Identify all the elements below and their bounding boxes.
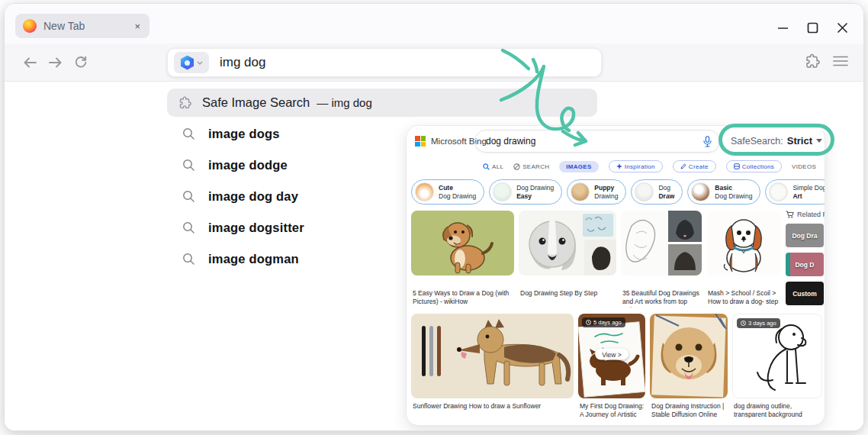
- pill-dog-draw: DogDraw: [631, 179, 683, 205]
- dog-thumb-icon: [571, 182, 590, 201]
- result-image-pencil-dog-collage: [621, 211, 702, 276]
- bing-preview-screenshot: Microsoft Bing dog drawing SafeSearch: S…: [406, 125, 825, 426]
- bing-tab-images: IMAGES: [559, 161, 598, 172]
- search-icon: [182, 221, 195, 234]
- result-caption: dog drawing outline, transparent backgro…: [734, 402, 819, 420]
- browser-window: New Tab × img dog: [4, 3, 864, 431]
- selected-suggestion-query: — img dog: [317, 96, 372, 109]
- tab-new-tab[interactable]: New Tab ×: [15, 14, 149, 38]
- bing-search-box: dog drawing: [474, 130, 720, 153]
- result-image-shepherd-marker-drawing: [411, 314, 574, 398]
- bing-tab-collections: Collections: [726, 160, 782, 172]
- bing-tab-videos: VIDEOS: [792, 163, 816, 170]
- pencil-icon: [680, 163, 686, 169]
- window-controls: [777, 22, 848, 34]
- search-icon: [182, 190, 195, 203]
- pill-puppy-drawing: PuppyDrawing: [567, 179, 626, 205]
- pill-simple-dog-art: Simple DogArt: [765, 179, 825, 205]
- bing-tab-search: SEARCH: [513, 163, 549, 170]
- result-caption: 5 Easy Ways to Draw a Dog (with Pictures…: [413, 289, 514, 308]
- dog-thumb-icon: [415, 182, 434, 201]
- safesearch-dropdown: SafeSearch: Strict: [731, 135, 822, 147]
- pill-cute-dog-drawing: CuteDog Drawing: [411, 179, 484, 205]
- search-icon: [182, 127, 195, 140]
- close-button[interactable]: [837, 22, 848, 34]
- collections-icon: [734, 163, 740, 169]
- dog-thumb-icon: [493, 182, 512, 201]
- related-product-thumb: Dog Dra: [786, 224, 824, 247]
- bing-tab-create: Create: [673, 160, 716, 172]
- dog-thumb-icon: [691, 182, 710, 201]
- pill-dog-drawing-easy: Dog DrawingEasy: [489, 179, 562, 205]
- chevron-down-icon: [197, 61, 203, 65]
- puzzle-icon: [178, 95, 192, 110]
- tab-close-icon[interactable]: ×: [133, 21, 142, 31]
- search-engine-chip[interactable]: [174, 52, 209, 73]
- result-caption: Dog Drawing Step By Step: [520, 289, 615, 308]
- result-image-first-dog-drawing: 5 days ago View >: [578, 314, 645, 398]
- clock-icon: [741, 321, 746, 326]
- result-image-dog-outline-png: 3 days ago: [732, 314, 822, 398]
- safesearch-label: SafeSearch:: [731, 136, 783, 147]
- related-products-panel: Related P Dog Dra Dog D Custom: [786, 211, 825, 305]
- back-button[interactable]: [21, 55, 38, 70]
- sparkle-icon: [616, 163, 622, 169]
- menu-hamburger-icon[interactable]: [833, 55, 848, 70]
- forward-button[interactable]: [47, 55, 64, 70]
- firefox-icon: [23, 19, 37, 33]
- recency-badge: 3 days ago: [737, 318, 780, 328]
- maximize-button[interactable]: [807, 22, 818, 34]
- clock-icon: [586, 320, 591, 325]
- reload-button[interactable]: [73, 55, 88, 70]
- microphone-icon: [703, 136, 712, 147]
- bing-tab-all: ALL: [483, 163, 503, 170]
- url-bar[interactable]: img dog: [167, 48, 602, 77]
- navigation-toolbar: img dog: [5, 44, 863, 82]
- recency-badge: 5 days ago: [582, 317, 625, 327]
- title-bar: New Tab ×: [5, 4, 863, 44]
- dog-thumb-icon: [635, 182, 654, 201]
- result-caption: Mash > School / Scoil > How to draw a do…: [708, 289, 781, 308]
- result-image-wikihow-cartoon-dog: [411, 211, 514, 276]
- globe-icon: [513, 163, 520, 170]
- pill-basic-dog-drawing: BasicDog Drawing: [687, 179, 760, 205]
- cart-icon: [786, 211, 794, 218]
- related-product-thumb: Dog D: [786, 253, 824, 276]
- result-image-cavalier-puppy-drawing: [706, 211, 781, 276]
- minimize-button[interactable]: [777, 22, 789, 34]
- result-caption: Sunflower Drawing How to draw a Sunflowe…: [413, 402, 573, 420]
- view-button: View >: [595, 349, 628, 360]
- search-engine-icon: [180, 56, 194, 70]
- result-caption: My First Dog Drawing: A Journey of Artis…: [580, 402, 645, 420]
- dog-thumb-icon: [769, 182, 788, 201]
- tab-title: New Tab: [43, 20, 133, 32]
- result-caption: 35 Beautiful Dog Drawings and Art works …: [622, 289, 702, 308]
- search-icon: [483, 163, 490, 170]
- extensions-puzzle-icon[interactable]: [804, 53, 821, 72]
- result-caption: Dog Drawing Instruction | Stable Diffusi…: [651, 402, 728, 420]
- microsoft-logo-icon: [415, 136, 426, 147]
- related-products-title: Related P: [786, 211, 825, 218]
- query-pill-row: CuteDog Drawing Dog DrawingEasy PuppyDra…: [411, 179, 825, 205]
- selected-suggestion-title: Safe Image Search: [202, 95, 310, 110]
- bing-search-value: dog drawing: [486, 136, 703, 147]
- search-icon: [182, 159, 195, 172]
- result-image-retriever-drawing: [650, 314, 728, 398]
- bing-tab-inspiration: Inspiration: [609, 160, 663, 172]
- suggestion-safe-image-search[interactable]: Safe Image Search — img dog: [167, 89, 597, 117]
- search-icon: [182, 253, 195, 266]
- result-image-gray-puppy-drawing: [519, 211, 616, 276]
- bing-tab-strip: ALL SEARCH IMAGES Inspiration Create Col…: [407, 158, 825, 175]
- related-product-thumb: Custom: [786, 282, 824, 305]
- caret-down-icon: [816, 139, 822, 143]
- safesearch-value: Strict: [787, 135, 812, 147]
- url-input-value[interactable]: img dog: [220, 55, 265, 70]
